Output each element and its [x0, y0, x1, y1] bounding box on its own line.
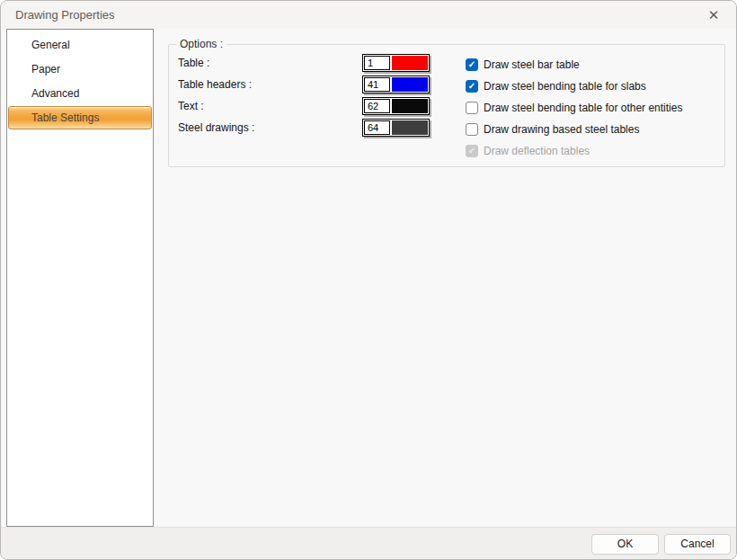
checkbox-draw-drawing-based-steel-tables[interactable]: ✓ Draw drawing based steel tables: [466, 121, 639, 138]
table-color-picker[interactable]: 1: [362, 54, 430, 72]
checkbox-draw-steel-bending-table-other[interactable]: ✓ Draw steel bending table for other ent…: [466, 100, 682, 116]
sidebar-item-table-settings[interactable]: Table Settings: [8, 106, 152, 129]
category-list: General Paper Advanced Table Settings: [6, 29, 154, 527]
table-color-index: 1: [364, 56, 390, 70]
text-color-picker[interactable]: 62: [362, 97, 430, 115]
table-headers-color-swatch[interactable]: [392, 77, 428, 92]
checkbox-icon: ✓: [466, 58, 478, 71]
sidebar-item-general[interactable]: General: [7, 33, 153, 58]
text-color-label: Text :: [178, 97, 204, 115]
steel-drawings-color-swatch[interactable]: [392, 120, 428, 135]
options-group: Options : Table : Table headers : Text :…: [168, 44, 725, 167]
table-headers-color-label: Table headers :: [178, 76, 252, 93]
table-headers-color-index: 41: [364, 77, 390, 92]
checkbox-icon: ✓: [466, 102, 478, 114]
checkbox-draw-steel-bar-table[interactable]: ✓ Draw steel bar table: [466, 57, 580, 73]
checkbox-draw-deflection-tables: ✓ Draw deflection tables: [466, 143, 590, 159]
titlebar: Drawing Properties ✕: [1, 1, 736, 29]
checkbox-label: Draw steel bending table for slabs: [484, 80, 646, 93]
close-icon[interactable]: ✕: [698, 3, 729, 27]
checkbox-icon: ✓: [466, 123, 478, 136]
steel-drawings-color-picker[interactable]: 64: [362, 119, 430, 137]
table-color-swatch[interactable]: [392, 56, 428, 70]
text-color-index: 62: [364, 99, 390, 113]
options-group-label: Options :: [176, 38, 226, 50]
table-color-label: Table :: [178, 54, 209, 72]
checkbox-draw-steel-bending-table-slabs[interactable]: ✓ Draw steel bending table for slabs: [466, 78, 646, 94]
checkbox-label: Draw steel bending table for other entit…: [484, 102, 682, 114]
ok-button[interactable]: OK: [591, 534, 659, 555]
sidebar-item-advanced[interactable]: Advanced: [7, 82, 153, 106]
drawing-properties-dialog: Drawing Properties ✕ General Paper Advan…: [0, 0, 737, 560]
dialog-footer: OK Cancel: [1, 527, 736, 559]
checkbox-icon: ✓: [466, 80, 478, 93]
steel-drawings-color-label: Steel drawings :: [178, 119, 254, 137]
checkbox-icon: ✓: [466, 145, 478, 157]
cancel-button[interactable]: Cancel: [664, 534, 731, 555]
window-title: Drawing Properties: [15, 1, 115, 29]
checkbox-label: Draw deflection tables: [484, 145, 590, 157]
text-color-swatch[interactable]: [392, 99, 428, 113]
steel-drawings-color-index: 64: [364, 120, 390, 135]
checkbox-label: Draw steel bar table: [484, 58, 580, 71]
sidebar-item-paper[interactable]: Paper: [7, 58, 153, 82]
checkbox-label: Draw drawing based steel tables: [484, 123, 639, 136]
table-headers-color-picker[interactable]: 41: [362, 76, 430, 93]
